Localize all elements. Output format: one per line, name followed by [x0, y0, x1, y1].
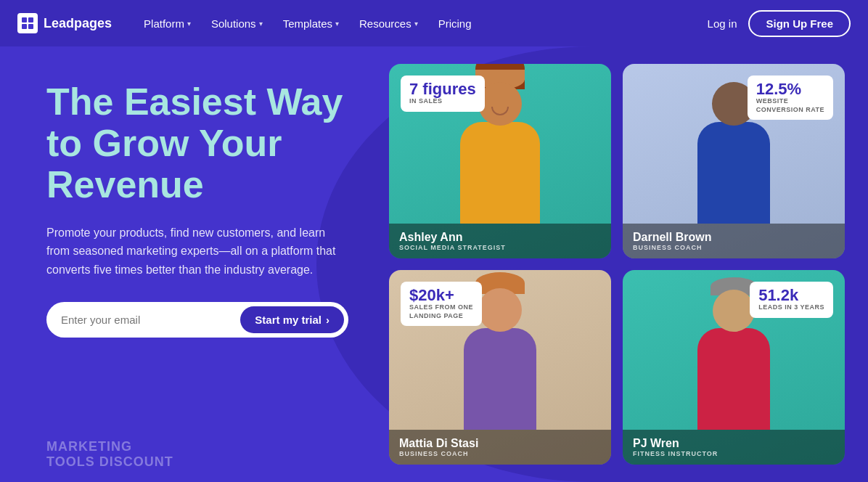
start-trial-button[interactable]: Start my trial ›	[240, 306, 344, 333]
stat-badge-darnell: 12.5% WEBSITE CONVERSION RATE	[748, 75, 833, 120]
nav-pricing[interactable]: Pricing	[430, 12, 480, 36]
stat-badge-ashley: 7 figures IN SALES	[401, 75, 485, 112]
nav-right: Log in Sign Up Free	[708, 10, 851, 37]
card-pj: 51.2k LEADS IN 3 YEARS PJ Wren FITNESS I…	[623, 270, 845, 465]
logo-text: Leadpages	[44, 16, 112, 31]
hero-right: 7 figures IN SALES	[377, 46, 868, 482]
mattia-footer: Mattia Di Stasi BUSINESS COACH	[389, 430, 611, 465]
chevron-down-icon: ▾	[414, 20, 418, 28]
hero-section: The Easiest Way to Grow Your Revenue Pro…	[0, 46, 868, 482]
svg-rect-3	[28, 24, 33, 29]
nav-solutions[interactable]: Solutions ▾	[202, 12, 271, 36]
chevron-down-icon: ▾	[259, 20, 263, 28]
stat-badge-mattia: $20k+ SALES FROM ONE LANDING PAGE	[401, 282, 482, 326]
chevron-down-icon: ▾	[187, 20, 191, 28]
nav-templates[interactable]: Templates ▾	[274, 12, 348, 36]
nav-platform[interactable]: Platform ▾	[135, 12, 200, 36]
svg-rect-1	[28, 17, 33, 23]
pj-footer: PJ Wren FITNESS INSTRUCTOR	[623, 430, 845, 465]
navbar: Leadpages Platform ▾ Solutions ▾ Templat…	[0, 0, 868, 46]
login-link[interactable]: Log in	[708, 17, 737, 30]
email-input[interactable]	[61, 314, 240, 326]
logo[interactable]: Leadpages	[17, 13, 112, 33]
arrow-right-icon: ›	[326, 314, 329, 326]
hero-left: The Easiest Way to Grow Your Revenue Pro…	[0, 46, 377, 482]
card-darnell: 12.5% WEBSITE CONVERSION RATE Darnell Br…	[623, 64, 845, 258]
nav-resources[interactable]: Resources ▾	[351, 12, 427, 36]
email-form: Start my trial ›	[46, 302, 348, 338]
nav-links: Platform ▾ Solutions ▾ Templates ▾ Resou…	[135, 12, 708, 36]
card-mattia: $20k+ SALES FROM ONE LANDING PAGE Mattia…	[389, 270, 611, 465]
chevron-down-icon: ▾	[335, 20, 339, 28]
hero-title: The Easiest Way to Grow Your Revenue	[46, 81, 348, 206]
card-ashley: 7 figures IN SALES	[389, 64, 611, 258]
signup-button[interactable]: Sign Up Free	[748, 10, 851, 37]
watermark: MARKETING TOOLS DISCOUNT	[46, 439, 173, 470]
hero-subtitle: Promote your products, find new customer…	[46, 224, 348, 279]
svg-rect-2	[22, 24, 27, 29]
logo-icon	[17, 13, 38, 33]
darnell-footer: Darnell Brown BUSINESS COACH	[623, 224, 845, 258]
stat-badge-pj: 51.2k LEADS IN 3 YEARS	[750, 282, 833, 318]
ashley-footer: Ashley Ann SOCIAL MEDIA STRATEGIST	[389, 224, 611, 258]
svg-rect-0	[22, 17, 27, 23]
